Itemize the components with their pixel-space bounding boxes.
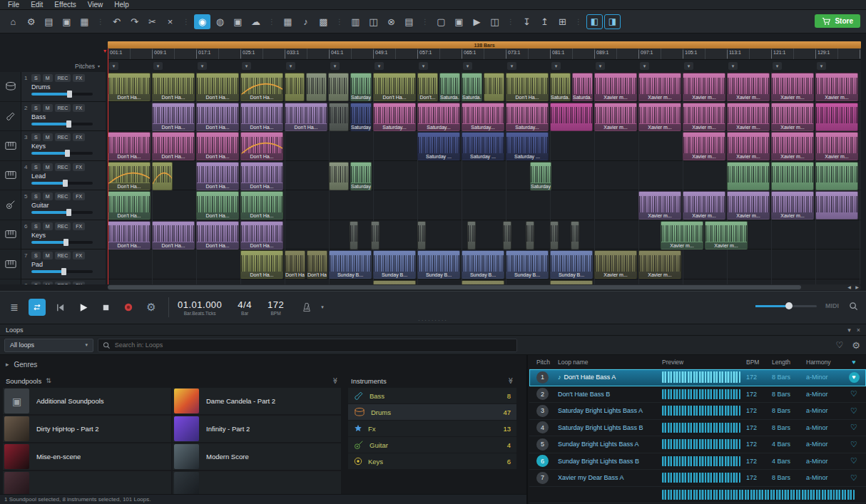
favorite-icon[interactable]: ♥: [849, 372, 860, 383]
loop-row[interactable]: 6 Sunday Bright Lights Bass B 172 4 Bars…: [529, 453, 866, 470]
loop-range-bar[interactable]: 138 Bars: [108, 41, 861, 48]
loop-row[interactable]: 5 Sunday Bright Lights Bass A 172 4 Bars…: [529, 436, 866, 453]
clip[interactable]: Xavier m...: [638, 250, 681, 279]
clip[interactable]: Xavier m...: [594, 73, 637, 101]
track-header[interactable]: 6SMRECFX Keys: [21, 220, 106, 250]
column-header[interactable]: Loop name: [558, 359, 662, 366]
panel-left-toggle-icon[interactable]: ◧: [586, 14, 603, 29]
track-header[interactable]: 4SMRECFX Lead: [21, 161, 106, 191]
clip[interactable]: Xavier m...: [594, 250, 637, 279]
clip[interactable]: Sunday B...: [506, 250, 549, 279]
clip[interactable]: Xavier m...: [727, 132, 770, 160]
clip-variation-dropdown[interactable]: ▾: [419, 62, 428, 70]
clip-variation-dropdown[interactable]: ▾: [463, 62, 472, 70]
track-piano-icon[interactable]: [0, 161, 21, 191]
clip-variation-dropdown[interactable]: ▾: [109, 62, 118, 70]
clip[interactable]: Saturday ...: [417, 132, 460, 160]
clip[interactable]: Xavier m...: [638, 103, 681, 131]
menu-view[interactable]: View: [83, 0, 108, 10]
mixer-icon[interactable]: ▥: [347, 14, 364, 29]
track-piano-icon[interactable]: [0, 279, 21, 285]
clip[interactable]: [467, 221, 476, 250]
track-m-button[interactable]: M: [43, 104, 53, 112]
templates-icon[interactable]: ▤: [401, 14, 417, 29]
pitch-badge[interactable]: 5: [536, 438, 549, 451]
clip[interactable]: Saturday...: [462, 103, 504, 131]
clip[interactable]: [285, 73, 305, 101]
track-s-button[interactable]: S: [31, 74, 41, 82]
menu-help[interactable]: Help: [109, 0, 134, 10]
clip[interactable]: Don't Ha...: [307, 250, 327, 279]
time-signature-display[interactable]: 4/4 Bar: [238, 299, 252, 316]
track-header[interactable]: 7SMRECFX Pad: [21, 250, 106, 279]
loop-preview-waveform[interactable]: [662, 371, 740, 383]
layout-columns-icon[interactable]: ◫: [487, 14, 503, 29]
loop-button[interactable]: [29, 299, 46, 316]
clip[interactable]: Saturday...: [373, 103, 416, 131]
clip[interactable]: Xavier m...: [727, 191, 770, 220]
track-rec-button[interactable]: REC: [55, 252, 71, 259]
track-volume-slider[interactable]: [31, 182, 93, 185]
clip[interactable]: Don't Ha...: [240, 132, 283, 160]
clip[interactable]: Saturday ...: [462, 132, 504, 160]
track-volume-slider[interactable]: [31, 241, 93, 244]
pitches-header[interactable]: Pitches ▾: [21, 61, 106, 71]
track-bass-icon[interactable]: [0, 102, 21, 132]
clip[interactable]: [550, 221, 559, 250]
track-s-button[interactable]: S: [31, 192, 41, 200]
clip[interactable]: Xavier m...: [771, 103, 814, 131]
track-m-button[interactable]: M: [43, 133, 53, 141]
levels-icon[interactable]: ◫: [365, 14, 382, 29]
column-header[interactable]: Harmony: [806, 359, 845, 366]
clip[interactable]: [350, 221, 358, 250]
time-display[interactable]: 01.01.000 Bar.Beats.Ticks: [178, 299, 222, 316]
master-volume-slider[interactable]: [755, 305, 817, 307]
loop-row[interactable]: 7 Xavier my Dear Bass A 172 8 Bars a-Min…: [529, 470, 866, 487]
clip[interactable]: Sunday B...: [373, 250, 416, 279]
clip[interactable]: Don't Ha...: [152, 221, 195, 250]
loop-row[interactable]: 4 Saturday Bright Lights Bass B 172 8 Ba…: [529, 420, 866, 437]
track-m-button[interactable]: M: [43, 74, 53, 82]
clip[interactable]: Don't Ha...: [108, 132, 151, 160]
pitch-badge[interactable]: 3: [536, 405, 549, 417]
add-tracks-icon[interactable]: ⊞: [554, 14, 571, 29]
metronome-icon[interactable]: [298, 299, 315, 316]
loop-row[interactable]: 1 ♪Don't Hate Bass A 172 8 Bars a-Minor …: [529, 369, 866, 386]
track-header[interactable]: 3SMRECFX Keys: [21, 131, 106, 161]
clip-variation-dropdown[interactable]: ▾: [507, 62, 516, 70]
clip[interactable]: Don't Ha...: [196, 221, 239, 250]
menu-effects[interactable]: Effects: [49, 0, 81, 10]
clip[interactable]: Don't Ha...: [196, 162, 239, 190]
clip[interactable]: Saturda...: [462, 73, 482, 101]
clip[interactable]: Don't Ha...: [108, 191, 151, 220]
clip[interactable]: [526, 221, 534, 250]
track-s-button[interactable]: S: [31, 133, 41, 141]
favorite-icon[interactable]: ♡: [845, 473, 863, 483]
sort-icon[interactable]: ⇅: [46, 377, 51, 384]
favorite-icon[interactable]: ♡: [845, 406, 863, 416]
clip[interactable]: Xavier m...: [638, 191, 681, 220]
pitch-badge[interactable]: 7: [536, 472, 549, 484]
clip[interactable]: Don't Ha...: [108, 221, 151, 250]
loop-preview-waveform[interactable]: [662, 473, 740, 483]
clip[interactable]: Don't Ha...: [373, 73, 416, 101]
track-rec-button[interactable]: REC: [55, 133, 71, 141]
track-fx-button[interactable]: FX: [73, 222, 85, 230]
track-piano-icon[interactable]: [0, 250, 21, 279]
track-rec-button[interactable]: REC: [55, 104, 71, 112]
new-project-icon[interactable]: ▤: [41, 14, 57, 29]
cut-icon[interactable]: ✂: [144, 14, 161, 29]
clip-variation-dropdown[interactable]: ▾: [198, 62, 207, 70]
clip[interactable]: [329, 162, 349, 190]
delete-icon[interactable]: ×: [162, 14, 178, 29]
song-parts-icon[interactable]: ≣: [6, 299, 23, 316]
clip[interactable]: Sunday B...: [550, 250, 593, 279]
clip[interactable]: [503, 221, 511, 250]
clip[interactable]: Don't Ha...: [240, 162, 283, 190]
clip[interactable]: Xavier m...: [683, 103, 725, 131]
undo-icon[interactable]: ↶: [108, 14, 125, 29]
cloud-import-icon[interactable]: ☁: [248, 14, 264, 29]
clip[interactable]: Don't Ha...: [240, 73, 283, 101]
pitch-badge[interactable]: 2: [536, 388, 549, 400]
loop-preview-waveform[interactable]: [662, 439, 740, 449]
